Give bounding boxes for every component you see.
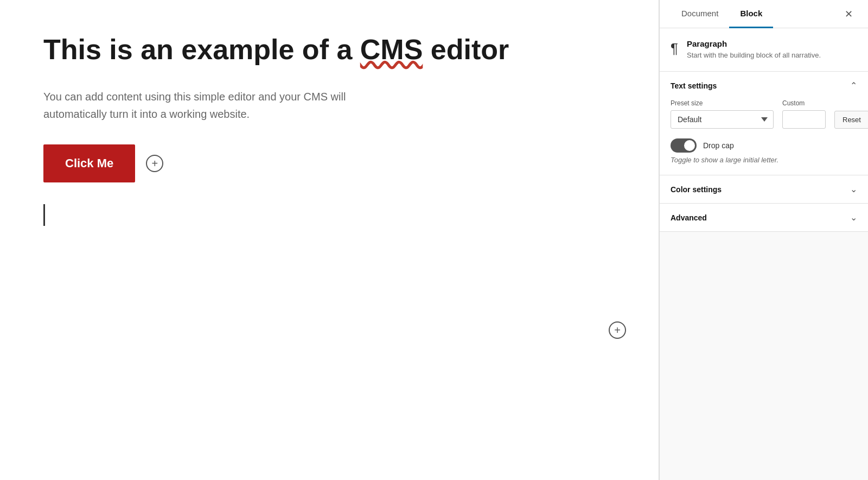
sidebar: Document Block ✕ ¶ Paragraph Start with … xyxy=(659,0,868,480)
add-block-bottom-button[interactable]: + xyxy=(609,321,626,339)
color-settings-header[interactable]: Color settings ⌄ xyxy=(660,175,868,203)
advanced-title: Advanced xyxy=(671,213,707,222)
drop-cap-label: Drop cap xyxy=(703,141,734,150)
text-settings-content: Preset size Default Custom Reset Drop ca… xyxy=(660,99,868,175)
heading-text-before-cms: This is an example of a xyxy=(43,34,360,65)
text-settings-header[interactable]: Text settings ⌃ xyxy=(660,72,868,99)
heading-cms-word: CMS xyxy=(360,34,423,65)
body-line1: You can add content using this simple ed… xyxy=(43,91,346,103)
color-settings-section: Color settings ⌄ xyxy=(660,175,868,204)
text-settings-section: Text settings ⌃ Preset size Default Cust… xyxy=(660,72,868,175)
tabs-container: Document Block xyxy=(671,0,773,28)
block-description: Start with the building block of all nar… xyxy=(687,50,821,60)
add-block-button[interactable]: + xyxy=(146,155,163,172)
text-settings-title: Text settings xyxy=(671,81,717,90)
cursor-row xyxy=(43,204,615,226)
preset-size-select[interactable]: Default xyxy=(671,110,774,129)
click-me-button[interactable]: Click Me xyxy=(43,144,135,182)
advanced-section: Advanced ⌄ xyxy=(660,204,868,232)
editor-body: You can add content using this simple ed… xyxy=(43,88,615,123)
sidebar-tabs: Document Block ✕ xyxy=(660,0,868,28)
advanced-chevron: ⌄ xyxy=(850,212,857,223)
cursor-line xyxy=(43,204,45,226)
toggle-knob xyxy=(684,140,695,151)
button-row: Click Me + xyxy=(43,144,615,182)
block-title: Paragraph xyxy=(687,39,821,48)
close-button[interactable]: ✕ xyxy=(840,6,857,22)
block-info: ¶ Paragraph Start with the building bloc… xyxy=(660,28,868,72)
body-line2: automatically turn it into a working web… xyxy=(43,108,250,120)
size-field-row: Preset size Default Custom Reset xyxy=(671,99,857,129)
heading-text-after-cms: editor xyxy=(423,34,509,65)
drop-cap-toggle[interactable] xyxy=(671,138,697,153)
advanced-header[interactable]: Advanced ⌄ xyxy=(660,204,868,231)
preset-size-label: Preset size xyxy=(671,99,774,107)
drop-cap-hint: Toggle to show a large initial letter. xyxy=(671,156,857,164)
tab-block[interactable]: Block xyxy=(729,0,773,28)
block-info-text: Paragraph Start with the building block … xyxy=(687,39,821,60)
custom-size-group: Custom xyxy=(782,99,826,129)
editor-heading: This is an example of a CMS editor xyxy=(43,33,615,66)
custom-size-input[interactable] xyxy=(782,110,826,129)
preset-size-group: Preset size Default xyxy=(671,99,774,129)
reset-button[interactable]: Reset xyxy=(834,111,868,129)
color-settings-chevron: ⌄ xyxy=(850,184,857,194)
color-settings-title: Color settings xyxy=(671,185,722,194)
tab-document[interactable]: Document xyxy=(671,0,729,28)
editor-area: This is an example of a CMS editor You c… xyxy=(0,0,659,480)
paragraph-icon: ¶ xyxy=(671,40,678,57)
drop-cap-row: Drop cap xyxy=(671,138,857,153)
text-settings-chevron: ⌃ xyxy=(850,80,857,91)
custom-label: Custom xyxy=(782,99,826,107)
